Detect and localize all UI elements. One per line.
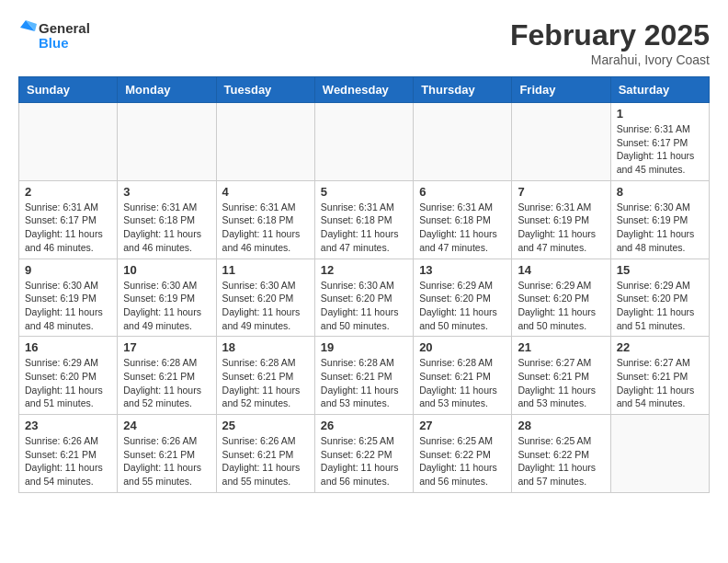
day-info: Sunrise: 6:25 AM Sunset: 6:22 PM Dayligh… (321, 434, 407, 488)
day-number: 20 (419, 340, 506, 354)
day-info: Sunrise: 6:30 AM Sunset: 6:20 PM Dayligh… (222, 279, 309, 333)
day-cell: 26Sunrise: 6:25 AM Sunset: 6:22 PM Dayli… (314, 415, 413, 493)
week-row-1: 1Sunrise: 6:31 AM Sunset: 6:17 PM Daylig… (19, 103, 710, 181)
day-cell: 1Sunrise: 6:31 AM Sunset: 6:17 PM Daylig… (610, 103, 709, 181)
day-info: Sunrise: 6:31 AM Sunset: 6:18 PM Dayligh… (222, 201, 309, 255)
day-number: 24 (123, 419, 210, 432)
weekday-header-wednesday: Wednesday (314, 77, 413, 103)
day-number: 2 (25, 185, 111, 199)
weekday-header-sunday: Sunday (19, 77, 118, 103)
day-cell: 15Sunrise: 6:29 AM Sunset: 6:20 PM Dayli… (610, 259, 709, 337)
day-cell: 4Sunrise: 6:31 AM Sunset: 6:18 PM Daylig… (216, 180, 314, 259)
day-cell: 14Sunrise: 6:29 AM Sunset: 6:20 PM Dayli… (512, 259, 610, 337)
day-info: Sunrise: 6:31 AM Sunset: 6:18 PM Dayligh… (419, 201, 506, 255)
day-number: 3 (123, 185, 210, 199)
day-info: Sunrise: 6:31 AM Sunset: 6:17 PM Dayligh… (617, 122, 703, 177)
day-cell: 27Sunrise: 6:25 AM Sunset: 6:22 PM Dayli… (414, 415, 512, 493)
logo: GeneralBlue (18, 18, 101, 53)
weekday-header-saturday: Saturday (610, 77, 709, 103)
day-number: 10 (123, 263, 210, 277)
day-number: 16 (25, 340, 111, 354)
day-info: Sunrise: 6:28 AM Sunset: 6:21 PM Dayligh… (419, 356, 506, 410)
day-cell: 19Sunrise: 6:28 AM Sunset: 6:21 PM Dayli… (314, 337, 413, 415)
title-section: February 2025 Marahui, Ivory Coast (510, 18, 710, 67)
day-info: Sunrise: 6:31 AM Sunset: 6:18 PM Dayligh… (321, 201, 407, 255)
day-cell: 21Sunrise: 6:27 AM Sunset: 6:21 PM Dayli… (512, 337, 610, 415)
day-cell: 12Sunrise: 6:30 AM Sunset: 6:20 PM Dayli… (314, 259, 413, 337)
day-cell (512, 103, 610, 181)
day-info: Sunrise: 6:28 AM Sunset: 6:21 PM Dayligh… (222, 356, 309, 410)
day-info: Sunrise: 6:27 AM Sunset: 6:21 PM Dayligh… (617, 356, 703, 410)
day-number: 15 (617, 263, 703, 277)
day-number: 23 (25, 419, 111, 432)
day-info: Sunrise: 6:31 AM Sunset: 6:18 PM Dayligh… (123, 201, 210, 255)
day-cell: 22Sunrise: 6:27 AM Sunset: 6:21 PM Dayli… (610, 337, 709, 415)
week-row-2: 2Sunrise: 6:31 AM Sunset: 6:17 PM Daylig… (19, 180, 710, 259)
day-cell (216, 103, 314, 181)
day-info: Sunrise: 6:26 AM Sunset: 6:21 PM Dayligh… (123, 434, 210, 488)
logo-svg: GeneralBlue (18, 18, 101, 53)
month-title: February 2025 (510, 18, 710, 52)
day-number: 25 (222, 419, 309, 432)
day-cell: 5Sunrise: 6:31 AM Sunset: 6:18 PM Daylig… (314, 180, 413, 259)
week-row-5: 23Sunrise: 6:26 AM Sunset: 6:21 PM Dayli… (19, 415, 710, 493)
day-cell: 18Sunrise: 6:28 AM Sunset: 6:21 PM Dayli… (216, 337, 314, 415)
day-cell: 24Sunrise: 6:26 AM Sunset: 6:21 PM Dayli… (118, 415, 216, 493)
day-number: 1 (617, 107, 703, 121)
day-info: Sunrise: 6:31 AM Sunset: 6:17 PM Dayligh… (25, 201, 111, 255)
day-info: Sunrise: 6:26 AM Sunset: 6:21 PM Dayligh… (222, 434, 309, 488)
day-number: 26 (321, 419, 407, 432)
day-info: Sunrise: 6:29 AM Sunset: 6:20 PM Dayligh… (419, 279, 506, 333)
day-cell (118, 103, 216, 181)
day-cell (414, 103, 512, 181)
weekday-header-tuesday: Tuesday (216, 77, 314, 103)
day-cell (314, 103, 413, 181)
day-cell: 3Sunrise: 6:31 AM Sunset: 6:18 PM Daylig… (118, 180, 216, 259)
day-cell (610, 415, 709, 493)
day-info: Sunrise: 6:28 AM Sunset: 6:21 PM Dayligh… (123, 356, 210, 410)
day-info: Sunrise: 6:27 AM Sunset: 6:21 PM Dayligh… (518, 356, 604, 410)
week-row-3: 9Sunrise: 6:30 AM Sunset: 6:19 PM Daylig… (19, 259, 710, 337)
day-cell: 28Sunrise: 6:25 AM Sunset: 6:22 PM Dayli… (512, 415, 610, 493)
day-info: Sunrise: 6:30 AM Sunset: 6:20 PM Dayligh… (321, 279, 407, 333)
day-number: 9 (25, 263, 111, 277)
day-number: 6 (419, 185, 506, 199)
week-row-4: 16Sunrise: 6:29 AM Sunset: 6:20 PM Dayli… (19, 337, 710, 415)
day-info: Sunrise: 6:30 AM Sunset: 6:19 PM Dayligh… (25, 279, 111, 333)
day-cell: 9Sunrise: 6:30 AM Sunset: 6:19 PM Daylig… (19, 259, 118, 337)
day-info: Sunrise: 6:29 AM Sunset: 6:20 PM Dayligh… (617, 279, 703, 333)
location-subtitle: Marahui, Ivory Coast (510, 52, 710, 67)
day-cell: 20Sunrise: 6:28 AM Sunset: 6:21 PM Dayli… (414, 337, 512, 415)
day-number: 21 (518, 340, 604, 354)
day-info: Sunrise: 6:31 AM Sunset: 6:19 PM Dayligh… (518, 201, 604, 255)
day-number: 5 (321, 185, 407, 199)
day-number: 28 (518, 419, 604, 432)
weekday-header-monday: Monday (118, 77, 216, 103)
day-number: 4 (222, 185, 309, 199)
day-cell: 17Sunrise: 6:28 AM Sunset: 6:21 PM Dayli… (118, 337, 216, 415)
day-number: 7 (518, 185, 604, 199)
day-cell: 16Sunrise: 6:29 AM Sunset: 6:20 PM Dayli… (19, 337, 118, 415)
day-cell: 11Sunrise: 6:30 AM Sunset: 6:20 PM Dayli… (216, 259, 314, 337)
svg-text:General: General (39, 20, 90, 36)
day-number: 27 (419, 419, 506, 432)
day-number: 18 (222, 340, 309, 354)
day-cell (19, 103, 118, 181)
day-number: 19 (321, 340, 407, 354)
weekday-header-thursday: Thursday (414, 77, 512, 103)
day-info: Sunrise: 6:25 AM Sunset: 6:22 PM Dayligh… (419, 434, 506, 488)
day-cell: 2Sunrise: 6:31 AM Sunset: 6:17 PM Daylig… (19, 180, 118, 259)
day-cell: 23Sunrise: 6:26 AM Sunset: 6:21 PM Dayli… (19, 415, 118, 493)
weekday-header-friday: Friday (512, 77, 610, 103)
day-info: Sunrise: 6:30 AM Sunset: 6:19 PM Dayligh… (123, 279, 210, 333)
svg-text:Blue: Blue (39, 35, 69, 51)
day-cell: 8Sunrise: 6:30 AM Sunset: 6:19 PM Daylig… (610, 180, 709, 259)
day-number: 17 (123, 340, 210, 354)
day-info: Sunrise: 6:30 AM Sunset: 6:19 PM Dayligh… (617, 201, 703, 255)
day-cell: 10Sunrise: 6:30 AM Sunset: 6:19 PM Dayli… (118, 259, 216, 337)
calendar-table: SundayMondayTuesdayWednesdayThursdayFrid… (18, 76, 710, 493)
day-cell: 25Sunrise: 6:26 AM Sunset: 6:21 PM Dayli… (216, 415, 314, 493)
day-info: Sunrise: 6:29 AM Sunset: 6:20 PM Dayligh… (25, 356, 111, 410)
day-number: 22 (617, 340, 703, 354)
day-cell: 13Sunrise: 6:29 AM Sunset: 6:20 PM Dayli… (414, 259, 512, 337)
